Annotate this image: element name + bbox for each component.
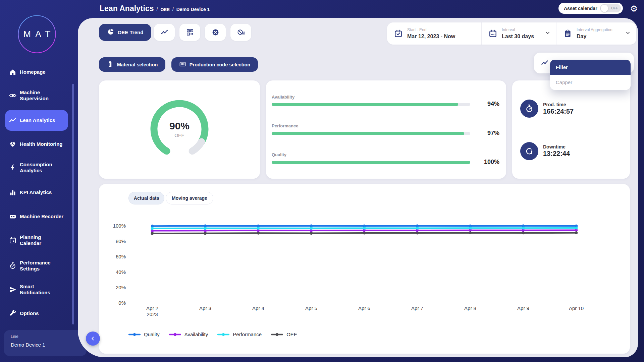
sidebar-item-smart-notifications[interactable]: SmartNotifications (9, 284, 50, 296)
legend-item-oee[interactable]: OEE (271, 331, 297, 337)
chevron-left-icon (90, 336, 96, 341)
page-title: Lean Analytics (100, 4, 154, 13)
app-root: Lean Analytics / OEE / Demo Device 1 Ass… (0, 0, 644, 362)
svg-text:20%: 20% (116, 285, 126, 290)
sidebar-item-consumption-analytics[interactable]: ConsumptionAnalytics (9, 162, 52, 174)
dropdown-option-filler[interactable]: Filler (550, 60, 631, 75)
sidebar-item-machine-recorder[interactable]: Machine Recorder (9, 213, 63, 221)
legend-label: Performance (233, 331, 262, 337)
sidebar-scrollbar[interactable] (72, 84, 74, 324)
oee-trend-button[interactable]: OEE Trend (99, 24, 151, 41)
sidebar-item-label: PerformanceSettings (20, 260, 51, 272)
toggle-actual-data[interactable]: Actual data (128, 192, 164, 204)
sidebar-item-label: PlanningCalendar (20, 234, 41, 246)
settings-gear-icon[interactable]: ⚙ (629, 3, 639, 14)
bar-value: 100% (473, 159, 499, 166)
sidebar: MAT HomepageMachineSupervisionLean Analy… (0, 0, 78, 362)
home-icon (9, 68, 17, 76)
qr-grid-icon (186, 28, 194, 36)
svg-text:Apr 7: Apr 7 (411, 305, 423, 311)
time-label: Prod. time (543, 102, 566, 107)
dropdown-option-capper[interactable]: Capper (550, 75, 631, 90)
svg-text:100%: 100% (113, 223, 126, 229)
device-selector-card[interactable]: Line Demo Device 1 (4, 330, 87, 356)
control-interval[interactable]: IntervalLast 30 days (481, 22, 556, 45)
device-name: Demo Device 1 (11, 342, 80, 348)
no-data-chart-button[interactable] (230, 24, 251, 41)
svg-text:Apr 6: Apr 6 (358, 305, 370, 311)
sidebar-item-label: Machine Recorder (20, 214, 63, 220)
svg-text:0%: 0% (118, 300, 126, 306)
sidebar-item-label: ConsumptionAnalytics (20, 162, 52, 174)
stopwatch-icon-badge (520, 100, 538, 118)
sidebar-item-homepage[interactable]: Homepage (9, 68, 46, 76)
legend-item-availability[interactable]: Availability (169, 331, 208, 337)
sidebar-item-planning-calendar[interactable]: PlanningCalendar (9, 234, 41, 246)
sidebar-item-label: MachineSupervision (20, 89, 49, 102)
apq-bars-card: Availability94%Performance97%Quality100% (266, 80, 506, 179)
heart-icon (9, 140, 17, 148)
legend-label: Availability (184, 331, 208, 337)
sidebar-item-health-monitoring[interactable]: Health Monitoring (9, 140, 63, 148)
asset-calendar-pill[interactable]: Asset calendar OFF (558, 3, 623, 14)
sidebar-item-machine-supervision[interactable]: MachineSupervision (9, 89, 49, 102)
svg-text:Apr 4: Apr 4 (252, 305, 264, 311)
asset-calendar-toggle[interactable]: OFF (600, 4, 621, 12)
trend-chart-button[interactable] (154, 24, 175, 41)
logo-text: MAT (18, 15, 56, 53)
control-interval-aggregation[interactable]: Interval AggregationDay (556, 22, 636, 45)
no-data-chart-icon (237, 28, 245, 36)
breadcrumb-device: Demo Device 1 (176, 7, 210, 12)
toggle-moving-average[interactable]: Moving average (166, 192, 213, 204)
gauge-label: OEE (174, 133, 184, 138)
progress-bar-fill (272, 161, 470, 164)
sidebar-item-label: Homepage (20, 69, 46, 75)
oee-trend-chart: 100%80%60%40%20%0%Apr 22023Apr 3Apr 4Apr… (99, 204, 630, 325)
calendar-icon (9, 236, 17, 244)
content-panel: OEE Trend Start - EndMar 12, 2023 - NowI… (78, 18, 638, 357)
control-label: Interval Aggregation (577, 27, 612, 32)
legend-line-icon (169, 333, 181, 337)
control-value: Day (577, 34, 612, 40)
bar-chart-icon (9, 188, 17, 196)
progress-bar-track (272, 132, 470, 135)
svg-text:Apr 2: Apr 2 (146, 305, 158, 311)
sidebar-item-label: KPI Analytics (20, 189, 52, 195)
sidebar-item-label: Health Monitoring (20, 141, 63, 147)
barcode-icon (179, 61, 186, 69)
legend-item-performance[interactable]: Performance (217, 331, 262, 337)
production-code-selection-button[interactable]: Production code selection (171, 57, 258, 72)
sidebar-collapse-button[interactable] (86, 331, 100, 346)
material-jar-icon (107, 61, 114, 69)
legend-line-icon (128, 333, 141, 337)
control-label: Start - End (407, 27, 455, 32)
qr-grid-button[interactable] (179, 24, 200, 41)
progress-bar-fill (272, 103, 458, 106)
close-circle-button[interactable] (205, 24, 226, 41)
sidebar-item-kpi-analytics[interactable]: KPI Analytics (9, 188, 52, 196)
time-value: 166:24:57 (543, 108, 574, 115)
send-icon (9, 286, 17, 294)
sidebar-item-performance-settings[interactable]: PerformanceSettings (9, 260, 51, 272)
legend-line-icon (217, 333, 229, 337)
device-type-label: Line (11, 334, 80, 339)
toggle-state-label: OFF (611, 6, 618, 10)
chevron-down-icon[interactable] (545, 30, 551, 37)
sidebar-item-options[interactable]: Options (9, 309, 39, 317)
date-interval-controls: Start - EndMar 12, 2023 - NowIntervalLas… (387, 22, 636, 45)
gauge-icon (9, 262, 17, 270)
clipboard-icon (563, 29, 572, 38)
legend-label: Quality (144, 331, 160, 337)
sidebar-item-label: Options (20, 310, 39, 316)
bar-value: 97% (473, 130, 499, 137)
svg-text:80%: 80% (116, 238, 126, 244)
trend-line-icon (541, 59, 549, 67)
material-selection-button[interactable]: Material selection (99, 57, 165, 72)
trend-chart-icon (161, 28, 168, 36)
gauge-value: 90% (169, 120, 190, 132)
control-start-end[interactable]: Start - EndMar 12, 2023 - Now (387, 22, 481, 45)
breadcrumb-oee: OEE (160, 7, 169, 12)
sidebar-item-lean-analytics[interactable]: Lean Analytics (5, 110, 68, 131)
legend-item-quality[interactable]: Quality (128, 331, 160, 337)
chevron-down-icon[interactable] (625, 30, 631, 37)
